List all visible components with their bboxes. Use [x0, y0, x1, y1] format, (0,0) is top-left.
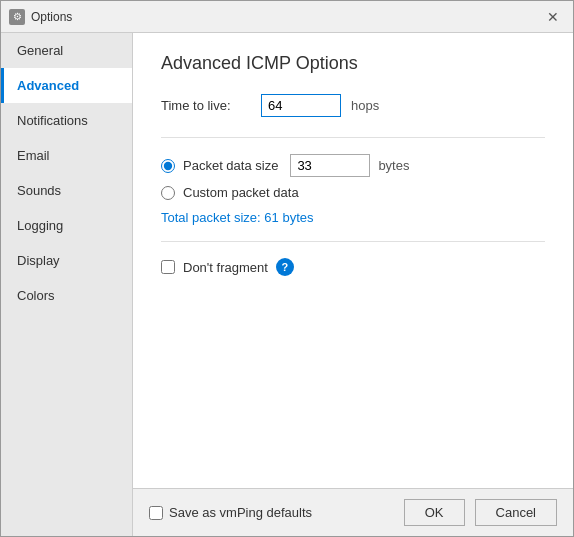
close-button[interactable]: ✕ — [541, 5, 565, 29]
save-defaults-label: Save as vmPing defaults — [169, 505, 312, 520]
main-panel: Advanced ICMP Options Time to live: hops… — [133, 33, 573, 536]
page-title: Advanced ICMP Options — [161, 53, 545, 74]
custom-packet-label: Custom packet data — [183, 185, 299, 200]
packet-section: Packet data size bytes Custom packet dat… — [161, 154, 545, 242]
help-icon[interactable]: ? — [276, 258, 294, 276]
content-area: General Advanced Notifications Email Sou… — [1, 33, 573, 536]
packet-data-size-label: Packet data size — [183, 158, 278, 173]
ttl-input[interactable] — [261, 94, 341, 117]
sidebar-item-general[interactable]: General — [1, 33, 132, 68]
sidebar-item-sounds[interactable]: Sounds — [1, 173, 132, 208]
ttl-row: Time to live: hops — [161, 94, 545, 117]
packet-data-size-radio[interactable] — [161, 159, 175, 173]
panel-content: Advanced ICMP Options Time to live: hops… — [133, 33, 573, 488]
sidebar-item-display[interactable]: Display — [1, 243, 132, 278]
dont-fragment-label: Don't fragment — [183, 260, 268, 275]
packet-radio-group: Packet data size bytes Custom packet dat… — [161, 154, 545, 200]
packet-data-size-unit: bytes — [378, 158, 409, 173]
options-window: ⚙ Options ✕ General Advanced Notificatio… — [0, 0, 574, 537]
ttl-section: Time to live: hops — [161, 94, 545, 138]
title-bar: ⚙ Options ✕ — [1, 1, 573, 33]
ttl-label: Time to live: — [161, 98, 251, 113]
save-defaults-checkbox[interactable] — [149, 506, 163, 520]
cancel-button[interactable]: Cancel — [475, 499, 557, 526]
sidebar-item-colors[interactable]: Colors — [1, 278, 132, 313]
custom-packet-row: Custom packet data — [161, 185, 545, 200]
dont-fragment-row: Don't fragment ? — [161, 258, 545, 276]
panel-footer: Save as vmPing defaults OK Cancel — [133, 488, 573, 536]
save-defaults-area: Save as vmPing defaults — [149, 505, 312, 520]
sidebar-item-notifications[interactable]: Notifications — [1, 103, 132, 138]
dont-fragment-section: Don't fragment ? — [161, 258, 545, 292]
window-icon: ⚙ — [9, 9, 25, 25]
ttl-unit: hops — [351, 98, 379, 113]
sidebar: General Advanced Notifications Email Sou… — [1, 33, 133, 536]
ok-button[interactable]: OK — [404, 499, 465, 526]
sidebar-item-logging[interactable]: Logging — [1, 208, 132, 243]
packet-data-size-row: Packet data size bytes — [161, 154, 545, 177]
custom-packet-radio[interactable] — [161, 186, 175, 200]
sidebar-item-email[interactable]: Email — [1, 138, 132, 173]
total-packet-label: Total packet size: 61 bytes — [161, 210, 545, 225]
packet-data-size-input[interactable] — [290, 154, 370, 177]
window-title: Options — [31, 10, 541, 24]
dont-fragment-checkbox[interactable] — [161, 260, 175, 274]
sidebar-item-advanced[interactable]: Advanced — [1, 68, 132, 103]
